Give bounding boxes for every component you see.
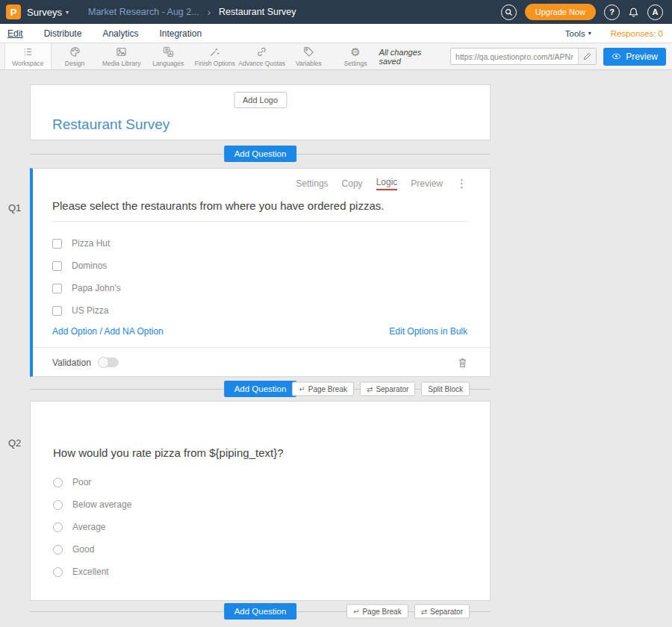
product-switcher-label: Surveys [27,7,62,18]
tab-integration[interactable]: Integration [159,28,202,39]
option-label[interactable]: Below average [72,499,131,510]
toolbar-right: All changes saved Preview [379,43,666,69]
radio-option-row: Excellent [53,561,467,583]
edit-url-pencil-icon[interactable] [578,49,596,64]
tools-menu[interactable]: Tools ▾ [565,29,591,38]
radio-option-row: Average [53,516,467,538]
split-block-button[interactable]: Split Block [421,382,470,396]
page-break-label: Page Break [362,608,401,616]
question-logic-link[interactable]: Logic [376,177,398,190]
radio-option-row: Below average [53,493,467,516]
product-switcher[interactable]: Surveys ▾ [27,7,69,18]
tab-edit[interactable]: Edit [7,28,23,39]
main-menu-bar: Edit Distribute Analytics Integration To… [0,24,672,43]
toolbar-item-settings[interactable]: ⚙ Settings [332,43,379,69]
insert-row-3: Add Question ↵ Page Break ⇄ Separator [30,601,491,627]
separator-button[interactable]: ⇄ Separator [360,382,415,396]
question-block-q1[interactable]: Settings Copy Logic Preview ⋮ Please sel… [30,168,491,377]
breadcrumb-folder[interactable]: Market Research - Aug 2... [88,7,199,17]
radio-button[interactable] [53,545,63,555]
delete-question-trash-icon[interactable] [458,358,467,368]
upgrade-now-button[interactable]: Upgrade Now [525,4,596,20]
eye-icon [612,53,621,60]
survey-url-box [450,48,597,65]
toolbar-item-media-library[interactable]: Media Library [98,43,145,69]
survey-title[interactable]: Restaurant Survey [52,116,169,133]
edit-options-in-bulk-link[interactable]: Edit Options in Bulk [389,326,467,337]
option-label[interactable]: Excellent [72,567,109,577]
option-label[interactable]: Dominos [72,261,107,271]
option-label[interactable]: Good [72,544,94,555]
page-break-icon: ↵ [299,385,305,393]
question-preview-link[interactable]: Preview [411,178,443,189]
survey-url-input[interactable] [451,52,578,61]
radio-button[interactable] [53,567,63,577]
chevron-down-icon: ▾ [66,9,69,16]
question-text-q1[interactable]: Please select the restaurants from where… [52,199,467,222]
option-label[interactable]: Pizza Hut [72,238,110,249]
option-label[interactable]: Poor [72,477,91,487]
page-break-button[interactable]: ↵ Page Break [346,605,408,619]
option-label[interactable]: US Pizza [72,305,108,316]
question-number-q1: Q1 [8,202,21,213]
radio-button[interactable] [53,522,63,532]
finish-options-wand-icon [209,46,220,57]
preview-button-label: Preview [626,52,658,62]
question-settings-link[interactable]: Settings [296,178,328,189]
preview-button[interactable]: Preview [603,48,666,66]
add-question-button[interactable]: Add Question [224,381,297,397]
toolbar-item-finish-options[interactable]: Finish Options [192,43,239,69]
answer-options-q1: Pizza Hut Dominos Papa John's US Pizza [52,232,467,322]
checkbox[interactable] [52,284,62,293]
toolbar-item-languages[interactable]: Languages [145,43,192,69]
kebab-menu-icon[interactable]: ⋮ [456,177,467,190]
add-question-button[interactable]: Add Question [224,146,297,162]
checkbox[interactable] [52,239,62,249]
option-label[interactable]: Papa John's [72,283,121,293]
survey-editor-canvas: Q1 Q2 Add Logo Restaurant Survey Add Que… [0,70,672,627]
toolbar-item-variables[interactable]: Variables [285,43,332,69]
toolbar-item-label: Workspace [12,60,43,67]
questionpro-logo[interactable]: P [6,4,21,19]
question-text-q2[interactable]: How would you rate pizza from ${piping_t… [53,446,467,459]
advance-quotas-link-icon [256,46,267,57]
variables-tag-icon [303,46,314,57]
option-label[interactable]: Average [72,522,105,532]
tab-distribute[interactable]: Distribute [44,28,82,39]
answer-options-q2: Poor Below average Average Good Excellen… [53,471,467,583]
tools-menu-label: Tools [565,29,585,38]
checkbox[interactable] [52,306,62,316]
question-number-q2: Q2 [8,437,21,449]
save-status-text: All changes saved [379,48,444,66]
checkbox[interactable] [52,261,62,271]
help-icon[interactable]: ? [604,4,620,20]
toggle-knob [98,357,109,368]
toolbar-item-advance-quotas[interactable]: Advance Quotas [238,43,285,69]
radio-button[interactable] [53,478,63,487]
page-break-button[interactable]: ↵ Page Break [292,382,354,396]
add-option-link[interactable]: Add Option [52,326,97,337]
toolbar-item-design[interactable]: Design [52,43,99,69]
toolbar-item-label: Media Library [102,60,141,67]
menubar-right: Tools ▾ Responses: 0 [565,29,663,38]
toolbar-item-workspace[interactable]: Workspace [4,43,52,69]
validation-label: Validation [52,358,91,368]
question-block-q2[interactable]: How would you rate pizza from ${piping_t… [30,401,491,601]
question-footer: Validation [52,348,467,377]
add-logo-button[interactable]: Add Logo [234,92,287,108]
search-icon[interactable] [501,4,517,20]
page-break-icon: ↵ [353,608,359,615]
question-copy-link[interactable]: Copy [342,178,363,189]
separator-icon: ⇄ [421,608,427,615]
notifications-bell-icon[interactable] [628,7,639,18]
add-na-option-link[interactable]: Add NA Option [104,326,163,337]
tab-analytics[interactable]: Analytics [102,28,138,39]
separator-button[interactable]: ⇄ Separator [414,605,470,619]
validation-toggle[interactable] [99,358,119,367]
responses-count[interactable]: Responses: 0 [611,29,663,38]
radio-button[interactable] [53,500,63,510]
add-question-button[interactable]: Add Question [224,603,297,620]
workspace-icon [22,46,34,57]
user-avatar[interactable]: A [647,4,663,20]
settings-gear-icon: ⚙ [350,46,360,57]
